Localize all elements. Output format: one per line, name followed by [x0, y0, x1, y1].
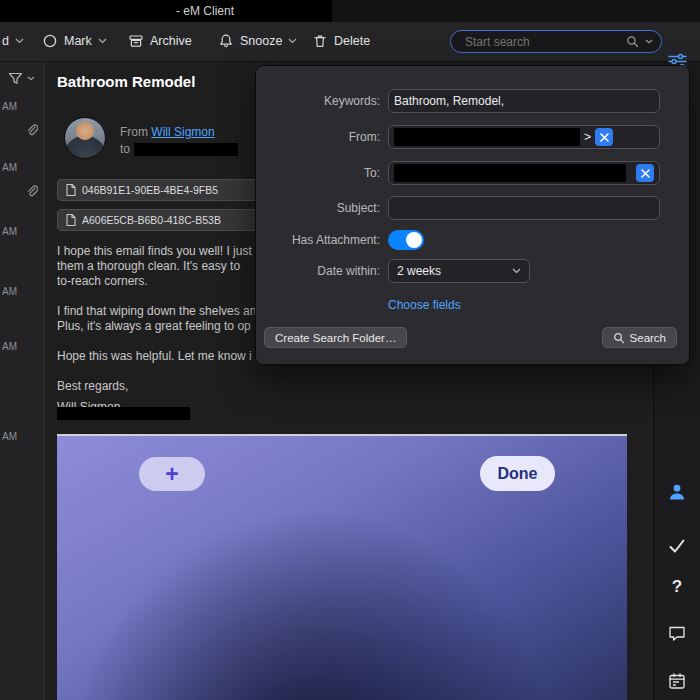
date-within-value: 2 weeks	[397, 264, 441, 278]
chat-icon[interactable]	[654, 625, 700, 642]
has-attachment-label: Has Attachment:	[256, 233, 380, 247]
archive-button[interactable]: Archive	[128, 22, 192, 60]
message-filter-button[interactable]	[8, 71, 35, 85]
partial-button-label: d	[2, 34, 9, 48]
to-label: to	[120, 142, 130, 156]
date-within-select[interactable]: 2 weeks	[388, 259, 530, 283]
create-search-folder-button[interactable]: Create Search Folder…	[264, 327, 407, 348]
chevron-down-icon	[288, 38, 297, 44]
message-time[interactable]: AM	[2, 162, 17, 173]
archive-icon	[128, 33, 144, 49]
from-input[interactable]: >	[388, 125, 660, 149]
keywords-input[interactable]: Bathroom, Remodel,	[388, 89, 660, 113]
delete-button[interactable]: Delete	[312, 22, 370, 60]
search-input[interactable]	[463, 34, 620, 50]
from-token-suffix: >	[584, 130, 591, 144]
remove-to-token-button[interactable]	[636, 164, 654, 182]
partial-button[interactable]: d	[2, 22, 24, 60]
date-within-label: Date within:	[256, 264, 380, 278]
message-time[interactable]: AM	[2, 431, 17, 442]
advanced-search-panel: Keywords: Bathroom, Remodel, From: > To:…	[255, 65, 690, 365]
email-body-line: to-reach corners.	[57, 274, 148, 288]
mark-button[interactable]: Mark	[42, 22, 107, 60]
email-body-line: I find that wiping down the shelves an	[57, 304, 256, 318]
from-field-label: From:	[256, 130, 380, 144]
funnel-icon	[8, 71, 23, 85]
sender-name-link[interactable]: Will Sigmon	[151, 125, 214, 139]
window-title: - eM Client	[176, 0, 234, 22]
redacted-signature	[57, 407, 190, 420]
to-field-label: To:	[256, 166, 380, 180]
chevron-down-icon	[98, 38, 107, 44]
subject-input[interactable]	[388, 196, 660, 220]
subject-field-label: Subject:	[256, 201, 380, 215]
from-label: From	[120, 125, 148, 139]
redacted-from-token	[394, 128, 580, 146]
toggle-knob	[406, 232, 422, 248]
redacted-to-token	[394, 164, 626, 182]
image-done-button: Done	[480, 456, 555, 491]
choose-fields-link[interactable]: Choose fields	[388, 298, 461, 312]
toolbar: d Mark Archive	[0, 22, 700, 62]
tasks-check-icon[interactable]	[654, 538, 700, 554]
chevron-down-icon	[512, 268, 521, 274]
keywords-label: Keywords:	[256, 94, 380, 108]
panel-search-label: Search	[630, 332, 666, 344]
document-icon	[65, 213, 77, 227]
contacts-icon[interactable]	[654, 482, 700, 502]
document-icon	[65, 183, 77, 197]
circle-icon	[42, 33, 58, 49]
archive-button-label: Archive	[150, 34, 192, 48]
snooze-button[interactable]: Snooze	[218, 22, 297, 60]
from-line: From Will Sigmon	[120, 125, 215, 139]
email-subject: Bathroom Remodel	[57, 73, 195, 90]
chevron-down-icon	[15, 38, 24, 44]
message-time[interactable]: AM	[2, 226, 17, 237]
mark-button-label: Mark	[64, 34, 92, 48]
chevron-down-icon	[27, 76, 35, 81]
message-list-strip: AM AM AM AM AM AM	[0, 61, 45, 700]
keywords-value: Bathroom, Remodel,	[394, 94, 504, 108]
delete-button-label: Delete	[334, 34, 370, 48]
search-bar[interactable]	[450, 30, 662, 53]
done-label: Done	[498, 465, 538, 483]
paperclip-icon	[24, 184, 38, 199]
to-line: to	[120, 142, 238, 156]
search-icon	[613, 332, 625, 344]
email-body-line: Plus, it's always a great feeling to op	[57, 319, 251, 333]
email-body-line: Best regards,	[57, 379, 128, 393]
search-icon[interactable]	[626, 35, 639, 48]
attachment-name: 046B91E1-90EB-4BE4-9FB5	[82, 184, 218, 196]
titlebar: - eM Client	[0, 0, 700, 22]
message-time[interactable]: AM	[2, 286, 17, 297]
email-body-line: them a thorough clean. It's easy to	[57, 259, 240, 273]
message-time[interactable]: AM	[2, 101, 17, 112]
redacted-recipient	[134, 143, 238, 156]
paperclip-icon	[24, 123, 38, 138]
search-scope-chevron-icon[interactable]	[645, 39, 653, 44]
email-body-line: I hope this email finds you well! I just	[57, 244, 252, 258]
image-add-button: +	[139, 457, 205, 491]
titlebar-black-region: - eM Client	[0, 0, 332, 22]
snooze-button-label: Snooze	[240, 34, 282, 48]
remove-from-token-button[interactable]	[595, 128, 613, 146]
message-time[interactable]: AM	[2, 341, 17, 352]
bell-icon	[218, 33, 234, 49]
help-icon[interactable]: ?	[654, 577, 700, 597]
question-glyph: ?	[672, 577, 682, 597]
has-attachment-toggle[interactable]	[388, 230, 424, 250]
trash-icon	[312, 33, 328, 49]
app-window: - eM Client d Mark	[0, 0, 700, 700]
plus-glyph: +	[165, 461, 178, 488]
create-search-folder-label: Create Search Folder…	[275, 332, 396, 344]
calendar-icon[interactable]	[654, 672, 700, 690]
embedded-screenshot-image: + Done	[57, 434, 627, 700]
panel-search-button[interactable]: Search	[602, 327, 677, 348]
attachment-name: A606E5CB-B6B0-418C-B53B	[82, 214, 221, 226]
sender-avatar	[64, 117, 106, 159]
to-input[interactable]	[388, 161, 660, 185]
email-body-line: Hope this was helpful. Let me know i	[57, 349, 252, 363]
